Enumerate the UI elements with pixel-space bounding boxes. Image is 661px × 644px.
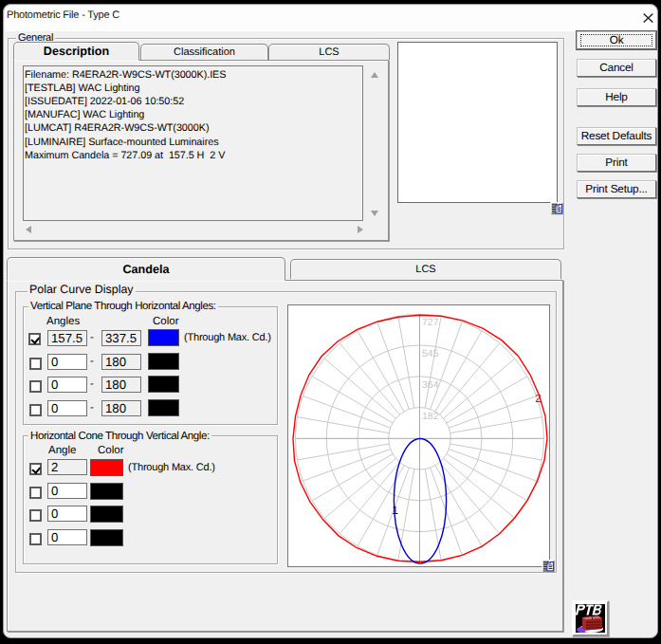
svg-text:1: 1 [392,504,398,517]
svg-text:364: 364 [422,379,439,391]
svg-text:182: 182 [422,411,439,422]
svg-text:2: 2 [535,392,542,405]
svg-text:545: 545 [422,348,439,359]
svg-text:727: 727 [422,317,439,328]
